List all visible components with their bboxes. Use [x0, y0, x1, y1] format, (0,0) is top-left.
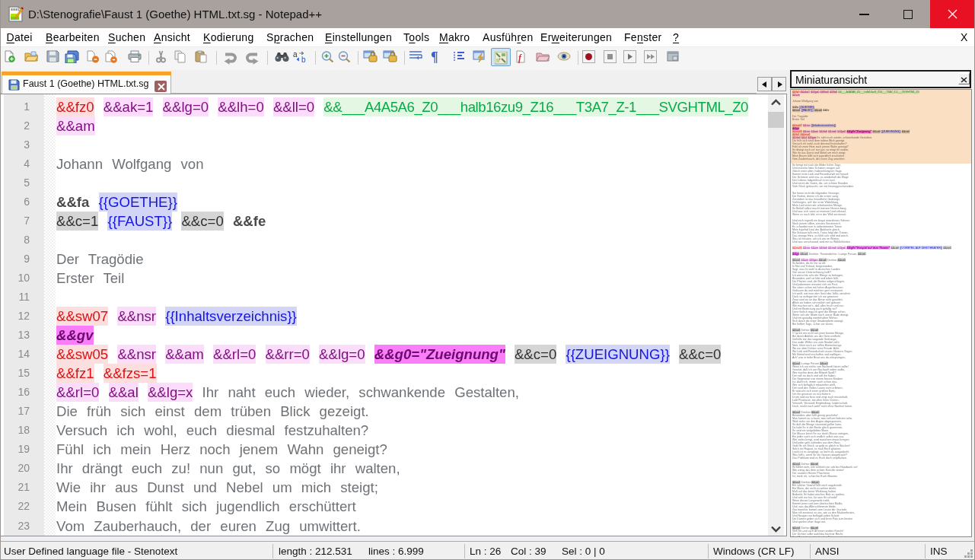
svg-text:a: a — [293, 50, 298, 59]
svg-text:b: b — [301, 56, 306, 63]
svg-text:¶: ¶ — [431, 50, 438, 64]
